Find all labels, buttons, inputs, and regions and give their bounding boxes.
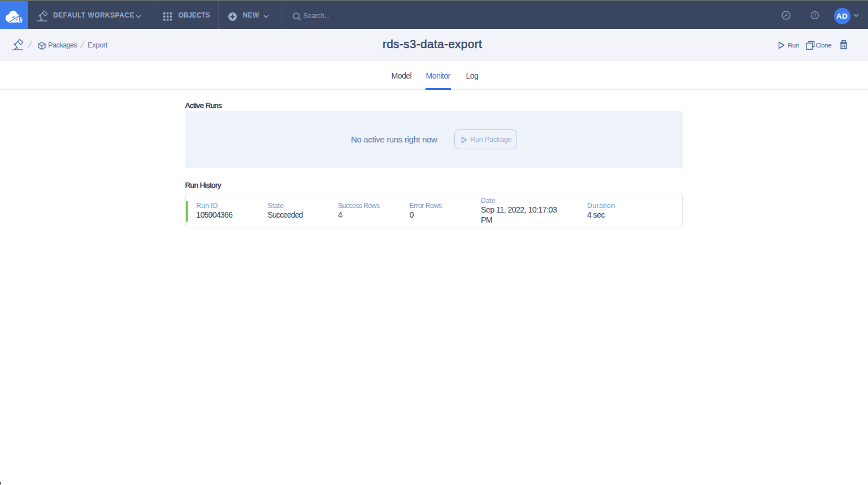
svg-text:?: ? (813, 12, 816, 18)
